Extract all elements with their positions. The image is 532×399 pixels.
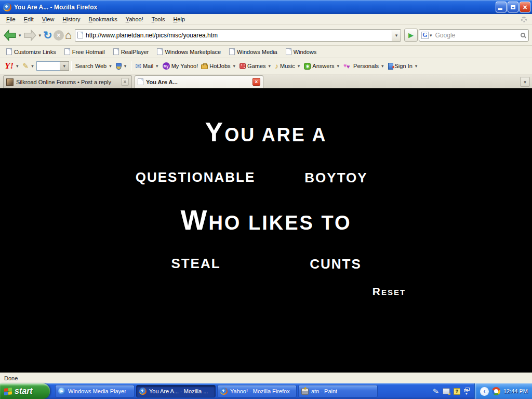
page-heading-who-likes-to: Who likes to: [180, 206, 351, 234]
yahoo-my-yahoo-button[interactable]: MyMy Yahoo!: [161, 61, 200, 71]
tab-bar: Silkroad Online Forums • Post a reply × …: [0, 74, 532, 88]
back-button[interactable]: [3, 27, 17, 44]
taskbar-button-firefox-yahoo[interactable]: Yahoo! - Mozilla Firefox: [217, 385, 297, 397]
tab-list-dropdown-button[interactable]: ▾: [520, 77, 530, 87]
quicktime-tray-icon[interactable]: [492, 387, 500, 395]
stop-icon: ×: [54, 30, 64, 41]
yahoo-logo: Y!: [5, 61, 14, 71]
yahoo-games-button[interactable]: Games▾: [238, 62, 273, 70]
home-button[interactable]: ⌂: [65, 27, 72, 44]
yahoo-toolbar: Y!▾ ✎▾ ▾ Search Web▾ ▾ ✉Mail▾ MyMy Yahoo…: [0, 58, 532, 74]
toolbar-separator: [71, 61, 72, 71]
bookmark-windows-marketplace[interactable]: Windows Marketplace: [154, 47, 224, 56]
menu-tools[interactable]: Tools: [148, 15, 169, 24]
clock[interactable]: 12:44 PM: [503, 388, 528, 394]
url-dropdown-button[interactable]: ▾: [392, 30, 401, 41]
tab-close-icon[interactable]: ×: [252, 78, 260, 86]
page-content: You are a Questionable Boytoy Who likes …: [0, 88, 532, 373]
yahoo-sign-in-button[interactable]: Sign In▾: [387, 62, 420, 71]
tab-you-are-a[interactable]: You Are A... ×: [135, 75, 263, 88]
taskbar-button-firefox-you-are-a[interactable]: You Are A... - Mozilla ...: [136, 385, 216, 397]
taskbar-button-wmp[interactable]: ▶ Windows Media Player: [55, 385, 135, 397]
bookmark-icon: [286, 48, 291, 55]
address-bar[interactable]: ▾: [75, 29, 401, 42]
windows-logo-icon: [4, 388, 12, 395]
hearts-icon: ♥♥: [343, 62, 352, 70]
bookmark-windows-media[interactable]: Windows Media: [226, 47, 281, 56]
bookmark-icon: [229, 48, 235, 55]
madlib-word-adjective[interactable]: Questionable: [136, 170, 256, 184]
home-icon: ⌂: [65, 30, 72, 41]
bookmarks-toolbar: Customize Links Free Hotmail RealPlayer …: [0, 46, 532, 58]
help-icon[interactable]: ?: [454, 388, 460, 395]
menu-yahoo[interactable]: Yahoo!: [122, 15, 148, 24]
windows-media-player-icon: ▶: [58, 388, 65, 395]
tray-chevron-icon[interactable]: ‹: [480, 387, 489, 396]
back-history-caret[interactable]: ▾: [18, 33, 22, 38]
go-button[interactable]: ▶: [404, 29, 418, 42]
chevron-down-icon: ▾: [15, 63, 20, 69]
yahoo-music-button[interactable]: ♪Music▾: [273, 61, 302, 71]
madlib-word-noun[interactable]: Boytoy: [304, 171, 367, 184]
chevron-down-icon: ▾: [108, 63, 113, 69]
stop-button[interactable]: ×: [54, 27, 64, 44]
menu-help[interactable]: Help: [169, 15, 189, 24]
answers-icon: ∗: [304, 63, 311, 70]
yahoo-pencil-button[interactable]: ✎▾: [21, 61, 36, 71]
yahoo-search-history-button[interactable]: ▾: [60, 61, 69, 71]
tab-label: Silkroad Online Forums • Post a reply: [16, 79, 111, 85]
bookmark-free-hotmail[interactable]: Free Hotmail: [61, 47, 108, 56]
chevron-down-icon: ▾: [62, 63, 67, 69]
bookmark-windows[interactable]: Windows: [283, 47, 320, 56]
chevron-down-icon: ▾: [155, 63, 159, 69]
yahoo-mail-button[interactable]: ✉Mail▾: [134, 61, 161, 71]
language-bar-options-icon[interactable]: ▾: [464, 388, 470, 395]
yahoo-personals-button[interactable]: ♥♥Personals▾: [342, 61, 386, 71]
tab-silkroad-forums[interactable]: Silkroad Online Forums • Post a reply ×: [3, 75, 132, 88]
reload-button[interactable]: ↻: [43, 27, 52, 44]
menu-file[interactable]: File: [2, 15, 20, 24]
menu-history[interactable]: History: [58, 15, 84, 24]
paint-icon: [301, 388, 309, 395]
menu-view[interactable]: View: [38, 15, 59, 24]
reset-button[interactable]: Reset: [373, 286, 406, 297]
madlib-word-verb[interactable]: Steal: [171, 257, 220, 270]
firefox-icon: [3, 3, 11, 11]
madlib-word-object[interactable]: Cunts: [310, 257, 362, 271]
firefox-icon: [139, 388, 147, 395]
reload-icon: ↻: [43, 30, 52, 41]
system-tray: ‹ 12:44 PM: [474, 383, 532, 399]
forward-button[interactable]: [23, 27, 37, 44]
close-button[interactable]: ×: [520, 2, 530, 12]
yahoo-search-web-button[interactable]: Search Web▾: [74, 62, 114, 70]
google-engine-icon: G: [421, 32, 429, 39]
chevron-down-icon: ▾: [394, 33, 399, 38]
menu-bookmarks[interactable]: Bookmarks: [85, 15, 122, 24]
restore-button[interactable]: [508, 2, 518, 12]
search-bar[interactable]: G ▾: [419, 29, 529, 42]
menu-edit[interactable]: Edit: [20, 15, 38, 24]
taskbar-button-paint[interactable]: atn - Paint: [298, 385, 378, 397]
web-search-input[interactable]: [435, 32, 521, 39]
search-icon[interactable]: [521, 33, 525, 37]
yahoo-hotjobs-button[interactable]: HotJobs▾: [200, 62, 238, 70]
input-panel-icon[interactable]: [443, 388, 450, 394]
language-bar: ✎ ? ▾: [433, 387, 474, 395]
search-engine-caret[interactable]: ▾: [429, 33, 433, 38]
tab-close-icon[interactable]: ×: [121, 78, 129, 86]
yahoo-logo-button[interactable]: Y!▾: [3, 60, 21, 72]
url-input[interactable]: [86, 32, 392, 39]
pen-input-icon[interactable]: ✎: [432, 387, 440, 396]
tab-label: You Are A...: [146, 79, 178, 85]
yahoo-answers-button[interactable]: ∗Answers▾: [302, 62, 342, 71]
forward-history-caret[interactable]: ▾: [38, 33, 43, 38]
chevron-down-icon: ▾: [414, 63, 419, 69]
yahoo-search-input[interactable]: [36, 61, 60, 71]
start-button[interactable]: start: [0, 383, 50, 399]
bookmark-realplayer[interactable]: RealPlayer: [110, 47, 152, 56]
yahoo-antispy-button[interactable]: ▾: [114, 62, 129, 71]
minimize-button[interactable]: [496, 2, 507, 12]
firefox-icon: [220, 388, 228, 395]
bookmark-customize-links[interactable]: Customize Links: [3, 47, 59, 56]
start-label: start: [15, 387, 33, 396]
